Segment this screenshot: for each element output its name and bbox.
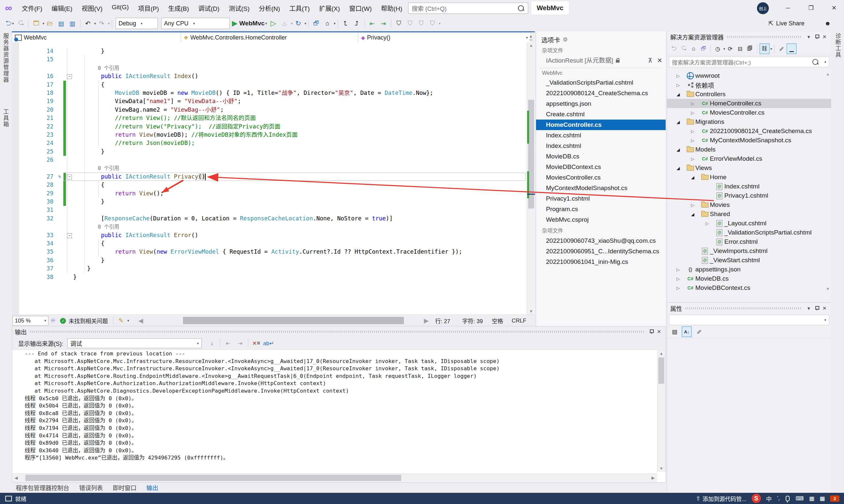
code-line[interactable]: 33− public IActionResult Error() (12, 231, 527, 239)
scrollbar-thumb[interactable] (658, 357, 664, 384)
expand-arrow-icon[interactable]: ▷ (685, 203, 700, 208)
expand-arrow-icon[interactable]: ▷ (685, 157, 700, 161)
window-menu-icon[interactable]: ▾ (805, 305, 813, 311)
code-line[interactable]: 27✎− public IActionResult Privacy() (12, 173, 527, 181)
document-tab[interactable]: WebMvc.csproj (536, 214, 666, 225)
navigate-cursor-back-icon[interactable]: ⮤ (341, 18, 350, 29)
tree-scroll-down-icon[interactable]: ▼ (826, 287, 830, 291)
collapse-arrow-icon[interactable]: ◢ (671, 147, 685, 152)
avatar[interactable]: 创上 (757, 2, 769, 14)
document-tab[interactable]: 20221009060951_C...IdentitySchema.cs (536, 246, 666, 257)
breadcrumb-project-dropdown[interactable]: WebMvc▾ (12, 32, 185, 43)
tree-scroll-up-icon[interactable]: ▲ (826, 72, 830, 76)
tree-item[interactable]: ▷C#HomeController.cs (667, 99, 831, 108)
pending-changes-filter-icon[interactable]: ◷ (713, 44, 722, 54)
hscroll-left-icon[interactable]: ◀ (136, 315, 146, 326)
scroll-left-icon[interactable]: ◀ (12, 474, 20, 482)
document-tab[interactable]: 20221009061041_inin-Mig.cs (536, 257, 666, 267)
prev-message-icon[interactable]: ⇤ (223, 339, 233, 348)
properties-wrench-icon[interactable] (777, 44, 786, 54)
start-debug-icon[interactable]: ▶ (232, 19, 238, 28)
undo-icon[interactable]: ↶ (83, 18, 93, 29)
code-line[interactable]: 28 { (12, 181, 527, 189)
document-tab[interactable]: 20221009060743_xiaoShu@qq.com.cs (536, 236, 666, 246)
menu-item[interactable]: 扩展(X) (314, 2, 345, 14)
breadcrumb-type-dropdown[interactable]: ❖ WebMvc.Controllers.HomeController▾ (181, 32, 363, 43)
find-in-files-icon[interactable]: 🗗 (311, 18, 321, 29)
collapse-arrow-icon[interactable]: ◢ (685, 212, 700, 217)
code-line[interactable]: 24 //return Json(movieDB); (12, 139, 527, 147)
hot-reload-icon[interactable]: ♨ (279, 18, 290, 29)
output-vertical-scrollbar[interactable]: ▲ ▼ (657, 350, 666, 472)
solution-explorer-home-icon[interactable]: ⌂ (323, 18, 332, 29)
document-tab[interactable]: Create.cshtml (536, 109, 666, 120)
document-tab[interactable]: MyContextModelSnapshot.cs (536, 183, 666, 193)
code-line[interactable]: 25 } (12, 148, 527, 156)
issues-label[interactable]: 未找到相关问题 (69, 317, 108, 325)
menu-item[interactable]: 编辑(E) (47, 2, 77, 14)
restart-icon[interactable]: ↻ (293, 18, 303, 29)
pin-icon[interactable] (813, 34, 821, 40)
notification-badge[interactable]: 2 (830, 496, 839, 502)
collapse-arrow-icon[interactable]: ◢ (685, 175, 700, 180)
configuration-dropdown[interactable]: Debug▾ (116, 18, 158, 29)
microphone-icon[interactable] (786, 496, 790, 501)
code-line[interactable]: 26 (12, 156, 527, 164)
navigate-back-icon[interactable]: ⮌ (5, 20, 12, 27)
document-tab[interactable]: appsettings.json (536, 98, 666, 109)
properties-object-dropdown[interactable]: ▾ (669, 314, 829, 325)
expand-arrow-icon[interactable]: ▷ (685, 110, 700, 115)
expand-arrow-icon[interactable]: ▷ (671, 286, 685, 290)
document-tab[interactable]: Program.cs (536, 204, 666, 214)
code-line[interactable]: 17 { (12, 81, 527, 89)
expand-arrow-icon[interactable]: ▷ (700, 221, 714, 226)
code-line[interactable]: 16− public IActionResult Index() (12, 72, 527, 80)
run-target-label[interactable]: WebMvc (239, 20, 265, 27)
breadcrumb-member-dropdown[interactable]: ◆ Privacy()▾ (358, 32, 531, 43)
open-folder-icon[interactable]: 🗁 (45, 18, 55, 29)
next-bookmark-icon[interactable]: ⛉ (416, 18, 426, 29)
menu-item[interactable]: 工具(T) (285, 2, 314, 14)
feedback-person-icon[interactable]: ☻ (825, 20, 831, 27)
increase-indent-icon[interactable]: ⇥ (378, 18, 389, 29)
code-line[interactable]: 22 //return View("Privacy"); //返回指定Priva… (12, 123, 527, 131)
expand-arrow-icon[interactable]: ▷ (685, 101, 700, 106)
pen-icon[interactable]: ✎ (116, 315, 126, 326)
editor-vertical-scrollbar[interactable]: ▲ ▼ (527, 42, 535, 314)
editor-horizontal-scrollbar-thumb[interactable] (183, 317, 404, 324)
new-project-icon[interactable]: 🗔 (31, 18, 41, 29)
tree-item[interactable]: ▷Movies (667, 200, 831, 210)
sidebar-tab-server-explorer[interactable]: 服务器资源管理器 (1, 33, 10, 85)
menu-item[interactable]: 测试(S) (224, 2, 254, 14)
menu-item[interactable]: 生成(B) (163, 2, 193, 14)
tree-item[interactable]: ◢Controllers (667, 90, 831, 99)
code-line[interactable]: 35 return View(new ErrorViewModel { Requ… (12, 248, 527, 256)
close-panel-icon[interactable]: ✕ (655, 329, 663, 335)
punctuation-icon[interactable]: ’, (777, 495, 780, 502)
code-line[interactable]: 37 } (12, 265, 527, 273)
tree-item[interactable]: @Privacy1.cshtml (667, 191, 831, 200)
tree-item[interactable]: ▷wwwroot (667, 71, 831, 80)
scrollbar-thumb[interactable] (25, 475, 401, 481)
window-menu-icon[interactable]: ▾ (805, 34, 813, 40)
menu-item[interactable]: Git(G) (107, 2, 134, 14)
menu-item[interactable]: 帮助(H) (377, 2, 407, 14)
decrease-indent-icon[interactable]: ⇤ (367, 18, 377, 29)
tree-item[interactable]: ▷C#MovieDB.cs (667, 274, 831, 283)
add-to-source-control-button[interactable]: ⇧添加到源代码管... (696, 494, 746, 503)
tree-item[interactable]: ▷C#MyContextModelSnapshot.cs (667, 136, 831, 145)
scroll-up-icon[interactable]: ▲ (657, 350, 665, 357)
tree-item[interactable]: ▷C#MoviesController.cs (667, 108, 831, 117)
code-line[interactable]: 30 } (12, 198, 527, 206)
tree-item[interactable]: @Error.cshtml (667, 237, 831, 247)
scroll-down-icon[interactable]: ▼ (527, 308, 535, 314)
property-pages-wrench-icon[interactable] (694, 327, 704, 337)
tree-item[interactable]: ◢Migrations (667, 117, 831, 126)
toolbox-grid-icon[interactable]: ▦ (809, 495, 814, 502)
code-line[interactable]: 38} (12, 273, 527, 281)
document-tab[interactable]: IActionResult [从元数据]⊼✕ (536, 55, 666, 66)
quick-search-box[interactable]: 搜索 (Ctrl+Q) (408, 3, 528, 14)
tree-item[interactable]: ▷C#20221009080124_CreateSchema.cs (667, 126, 831, 136)
code-line[interactable]: 14 } (12, 47, 527, 55)
scroll-down-icon[interactable]: ▼ (657, 465, 665, 472)
